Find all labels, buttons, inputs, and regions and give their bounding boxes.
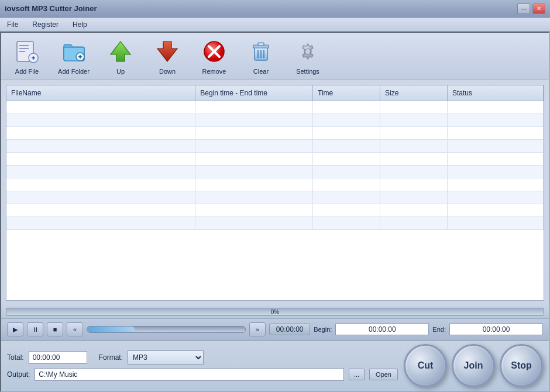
table-row[interactable] — [6, 166, 544, 178]
total-row: Total: Format: MP3 WAV WMA OGG AAC — [7, 350, 398, 365]
seek-bar-fill — [87, 326, 135, 332]
table-row[interactable] — [6, 178, 544, 191]
settings-button[interactable]: Settings — [289, 37, 326, 75]
rewind-button[interactable]: « — [67, 322, 83, 336]
table-row[interactable] — [6, 153, 544, 166]
progress-bar: 0% — [6, 308, 544, 316]
table-row[interactable] — [6, 127, 544, 140]
svg-rect-1 — [19, 45, 29, 46]
end-time-input[interactable] — [449, 324, 543, 335]
table-header: FileName Begin time - End time Time Size… — [6, 85, 544, 101]
remove-button[interactable]: Remove — [195, 37, 233, 75]
file-table: FileName Begin time - End time Time Size… — [6, 85, 544, 301]
progress-label: 0% — [6, 308, 544, 316]
output-input[interactable] — [35, 368, 344, 381]
col-filename: FileName — [6, 85, 195, 101]
col-status: Status — [448, 85, 544, 101]
clear-button[interactable]: Clear — [242, 37, 280, 75]
svg-rect-2 — [19, 48, 29, 49]
svg-marker-10 — [111, 42, 130, 61]
col-beginend: Begin time - End time — [195, 85, 313, 101]
seek-bar[interactable] — [87, 326, 246, 333]
table-row[interactable] — [6, 140, 544, 153]
table-body — [6, 101, 544, 300]
add-file-icon — [13, 37, 41, 66]
format-select[interactable]: MP3 WAV WMA OGG AAC — [128, 350, 204, 365]
window-controls: — ✕ — [517, 4, 545, 14]
svg-point-21 — [305, 49, 311, 54]
add-folder-icon — [60, 37, 88, 66]
up-label: Up — [116, 68, 125, 75]
output-row: Output: ... Open — [7, 368, 398, 381]
toolbar: Add File Add Folder — [1, 33, 549, 80]
menu-bar: File Register Help — [0, 18, 550, 32]
menu-file[interactable]: File — [5, 19, 20, 30]
main-window: Add File Add Folder — [0, 32, 550, 392]
close-button[interactable]: ✕ — [532, 4, 545, 14]
current-time-display: 00:00:00 — [269, 324, 310, 335]
col-size: Size — [380, 85, 448, 101]
menu-register[interactable]: Register — [30, 19, 61, 30]
table-row[interactable] — [6, 204, 544, 217]
svg-rect-3 — [19, 51, 25, 52]
clear-label: Clear — [253, 68, 269, 75]
down-label: Down — [159, 68, 176, 75]
stop-button[interactable]: ■ — [47, 322, 63, 336]
svg-rect-9 — [80, 55, 81, 59]
up-icon — [106, 37, 135, 66]
forward-button[interactable]: » — [249, 322, 266, 336]
remove-label: Remove — [202, 68, 226, 75]
total-input[interactable] — [29, 351, 87, 364]
settings-icon — [294, 37, 322, 66]
app-title: iovsoft MP3 Cutter Joiner — [5, 4, 97, 13]
join-button[interactable]: Join — [452, 344, 495, 387]
player-section: ▶ ⏸ ■ « » 00:00:00 Begin: End: — [1, 318, 549, 341]
action-buttons: Cut Join Stop — [404, 344, 543, 387]
stop-action-button[interactable]: Stop — [500, 344, 543, 387]
open-button[interactable]: Open — [369, 369, 398, 380]
svg-rect-17 — [258, 43, 264, 46]
pause-button[interactable]: ⏸ — [27, 322, 43, 336]
total-label: Total: — [7, 353, 24, 362]
format-label: Format: — [99, 353, 123, 362]
cut-button[interactable]: Cut — [404, 344, 447, 387]
bottom-info: Total: Format: MP3 WAV WMA OGG AAC Outpu… — [7, 350, 398, 381]
add-folder-label: Add Folder — [58, 68, 90, 75]
table-row[interactable] — [6, 217, 544, 230]
begin-label: Begin: — [314, 326, 332, 333]
table-row[interactable] — [6, 114, 544, 127]
title-bar: iovsoft MP3 Cutter Joiner — ✕ — [0, 0, 550, 18]
settings-label: Settings — [296, 68, 319, 75]
svg-rect-6 — [33, 56, 34, 60]
begin-time-input[interactable] — [335, 324, 429, 335]
up-button[interactable]: Up — [102, 37, 139, 75]
col-time: Time — [313, 85, 380, 101]
minimize-button[interactable]: — — [517, 4, 530, 14]
remove-icon — [200, 37, 228, 66]
end-label: End: — [432, 326, 446, 333]
add-file-label: Add File — [15, 68, 39, 75]
down-icon — [153, 37, 181, 66]
bottom-section: Total: Format: MP3 WAV WMA OGG AAC Outpu… — [1, 341, 549, 391]
play-button[interactable]: ▶ — [7, 322, 23, 336]
menu-help[interactable]: Help — [70, 19, 90, 30]
add-folder-button[interactable]: Add Folder — [55, 37, 92, 75]
clear-icon — [247, 37, 275, 66]
down-button[interactable]: Down — [149, 37, 186, 75]
svg-marker-11 — [157, 42, 177, 61]
progress-section: 0% — [1, 305, 549, 318]
table-row[interactable] — [6, 101, 544, 114]
add-file-button[interactable]: Add File — [8, 37, 46, 75]
output-label: Output: — [7, 370, 30, 379]
table-row[interactable] — [6, 191, 544, 204]
browse-button[interactable]: ... — [349, 369, 365, 380]
